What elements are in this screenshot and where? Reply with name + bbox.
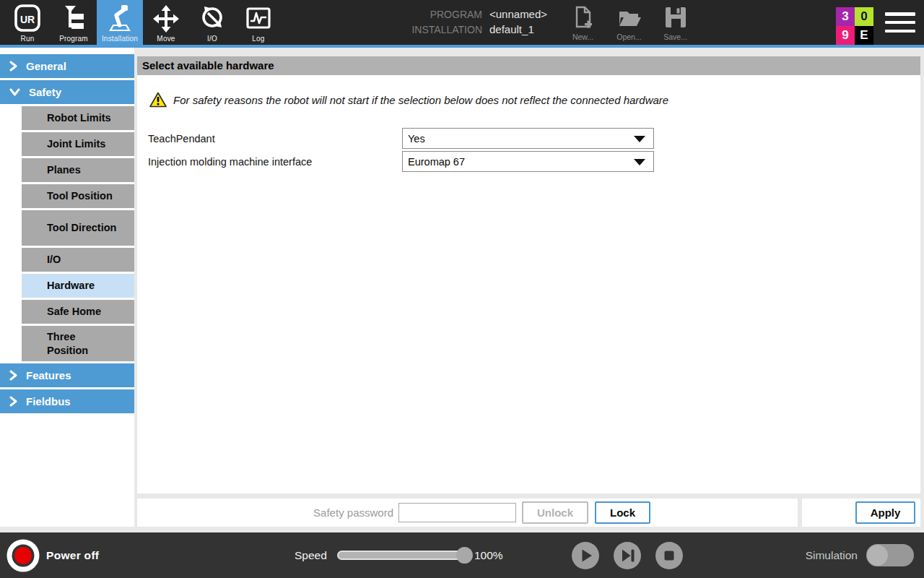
sidebar-item-label: Fieldbus <box>26 395 71 407</box>
sidebar-nav: General Safety Robot Limits Joint Limits… <box>0 48 134 527</box>
sidebar-item-safety[interactable]: Safety <box>0 80 134 104</box>
sidebar-item-three-position[interactable]: Three Position <box>22 326 134 361</box>
speed-value: 100% <box>474 532 503 578</box>
sidebar-item-label: Hardware <box>47 279 95 293</box>
warning-text: For safety reasons the robot will not st… <box>173 94 668 106</box>
save-floppy-icon <box>663 5 688 31</box>
log-pulse-icon <box>244 4 273 34</box>
sidebar-item-tool-position[interactable]: Tool Position <box>22 184 134 208</box>
polyscope-app: UR Run Program Installatio <box>0 0 924 578</box>
sidebar-item-label: Tool Position <box>47 189 113 203</box>
status-cell: 9 <box>836 26 855 45</box>
play-button[interactable] <box>572 542 599 569</box>
simulation-toggle-knob[interactable] <box>867 545 888 566</box>
safety-warning: For safety reasons the robot will not st… <box>149 92 668 108</box>
move-arrows-icon <box>152 4 180 34</box>
step-button[interactable] <box>614 542 641 569</box>
speed-slider[interactable] <box>337 551 470 560</box>
chevron-right-icon <box>9 60 18 72</box>
program-info: PROGRAM <unnamed> INSTALLATION default_1 <box>409 7 547 37</box>
safety-password-label: Safety password <box>300 499 393 527</box>
tab-label: Log <box>252 35 264 43</box>
tab-label: Installation <box>102 35 138 43</box>
sidebar-item-planes[interactable]: Planes <box>22 158 134 182</box>
new-button[interactable]: New... <box>563 5 603 41</box>
hamburger-icon <box>885 21 915 25</box>
tab-program[interactable]: Program <box>51 0 97 45</box>
teachpendant-selected-value: Yes <box>408 133 425 144</box>
chevron-right-icon <box>9 369 18 381</box>
file-action-label: Save... <box>663 33 687 41</box>
stop-icon <box>665 551 674 561</box>
svg-text:UR: UR <box>20 14 35 25</box>
dropdown-caret-icon <box>634 159 645 165</box>
tab-run[interactable]: UR Run <box>4 0 51 45</box>
installation-name: default_1 <box>489 23 534 35</box>
status-cell: 0 <box>855 7 873 26</box>
simulation-label: Simulation <box>794 532 858 578</box>
sidebar-item-label: Joint Limits <box>47 137 105 151</box>
warning-triangle-icon <box>149 92 167 108</box>
open-button[interactable]: Open... <box>609 5 649 41</box>
unlock-button[interactable]: Unlock <box>522 501 588 524</box>
sidebar-item-label: Planes <box>47 163 81 177</box>
sidebar-item-features[interactable]: Features <box>0 363 134 387</box>
sidebar-item-fieldbus[interactable]: Fieldbus <box>0 389 134 413</box>
sidebar-item-general[interactable]: General <box>0 54 134 78</box>
injection-molding-row: Injection molding machine interface Euro… <box>137 151 920 172</box>
file-action-label: Open... <box>616 33 641 41</box>
speed-slider-knob[interactable] <box>456 547 473 564</box>
new-file-icon <box>572 5 594 31</box>
apply-button[interactable]: Apply <box>855 501 915 524</box>
hamburger-icon <box>885 30 915 33</box>
hamburger-icon <box>885 12 915 16</box>
stop-button[interactable] <box>655 542 683 569</box>
sidebar-item-io[interactable]: I/O <box>22 248 134 272</box>
tab-installation[interactable]: Installation <box>97 0 143 45</box>
save-button[interactable]: Save... <box>655 5 695 41</box>
speed-label: Speed <box>295 532 327 578</box>
ur-logo-icon: UR <box>13 4 42 34</box>
sidebar-item-hardware[interactable]: Hardware <box>22 274 134 298</box>
sidebar-item-label: General <box>26 60 66 72</box>
injection-molding-select[interactable]: Euromap 67 <box>402 151 654 172</box>
teachpendant-select[interactable]: Yes <box>402 128 654 149</box>
top-header-bar: UR Run Program Installatio <box>0 0 924 45</box>
page-title: Select available hardware <box>137 56 920 75</box>
dropdown-caret-icon <box>634 136 645 142</box>
hamburger-menu-button[interactable] <box>885 12 915 33</box>
sidebar-item-tool-direction[interactable]: Tool Direction <box>22 210 134 246</box>
sidebar-item-label: Tool Direction <box>47 221 116 235</box>
sidebar-item-robot-limits[interactable]: Robot Limits <box>22 106 134 130</box>
teachpendant-label: TeachPendant <box>148 128 215 149</box>
robot-arm-icon <box>105 4 134 34</box>
open-folder-icon <box>617 5 642 31</box>
program-tree-icon <box>59 4 88 34</box>
sidebar-item-label: Safe Home <box>47 305 101 319</box>
injection-molding-selected-value: Euromap 67 <box>408 156 465 168</box>
safety-password-input[interactable] <box>398 503 516 522</box>
power-red-dot-icon <box>14 547 32 564</box>
lock-button[interactable]: Lock <box>595 501 650 524</box>
sidebar-item-label: Features <box>26 369 71 381</box>
footer-bar: Power off Speed 100% Simulation <box>0 532 924 578</box>
main-content: For safety reasons the robot will not st… <box>137 75 920 493</box>
tab-move[interactable]: Move <box>143 0 189 45</box>
program-name: <unnamed> <box>489 8 547 20</box>
sidebar-item-label: Three Position <box>47 330 118 358</box>
main-nav-tabs: UR Run Program Installatio <box>4 0 282 45</box>
file-actions: New... Open... Save... <box>563 5 695 41</box>
tab-log[interactable]: Log <box>235 0 282 45</box>
status-grid-widget[interactable]: 3 0 9 E <box>836 7 873 45</box>
sidebar-item-joint-limits[interactable]: Joint Limits <box>22 132 134 156</box>
tab-label: I/O <box>207 35 217 43</box>
tab-label: Run <box>21 35 35 43</box>
program-label: PROGRAM <box>409 9 482 20</box>
teachpendant-row: TeachPendant Yes <box>137 128 920 149</box>
power-status-button[interactable] <box>6 539 40 572</box>
installation-label: INSTALLATION <box>409 24 482 35</box>
tab-io[interactable]: I/O <box>189 0 235 45</box>
status-cell: 3 <box>836 7 855 26</box>
header-accent-line <box>0 45 924 48</box>
sidebar-item-safe-home[interactable]: Safe Home <box>22 300 134 324</box>
